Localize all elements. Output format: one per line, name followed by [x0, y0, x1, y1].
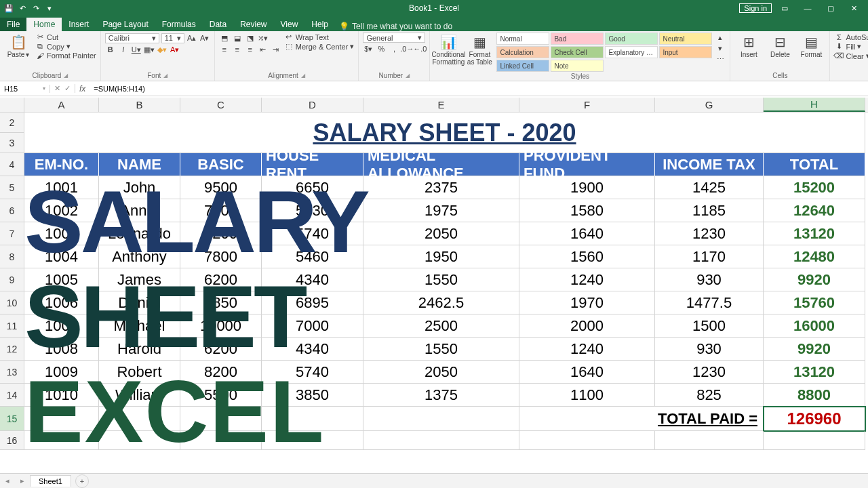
cell[interactable]	[24, 407, 99, 431]
wrap-text-button[interactable]: ↩Wrap Text	[284, 33, 355, 41]
gallery-more-icon[interactable]: ⋯	[715, 54, 726, 64]
cell[interactable]: 15760	[764, 291, 865, 314]
gallery-down-icon[interactable]: ▾	[715, 43, 726, 54]
format-painter-button[interactable]: 🖌Format Painter	[35, 52, 96, 60]
align-bottom-icon[interactable]: ⬔	[245, 33, 256, 43]
tab-formulas[interactable]: Formulas	[155, 18, 203, 31]
cell[interactable]: 1240	[519, 338, 655, 361]
cell[interactable]: Leonardo	[99, 222, 180, 245]
cell[interactable]: 1230	[655, 361, 764, 384]
indent-decrease-icon[interactable]: ⇤	[258, 44, 269, 55]
worksheet[interactable]: ABCDEFGH 23SALARY SHEET - 20204EM-NO.NAM…	[0, 98, 868, 473]
cell[interactable]: 5740	[262, 222, 363, 245]
cell[interactable]: 1550	[363, 338, 519, 361]
tab-insert[interactable]: Insert	[62, 18, 96, 31]
conditional-formatting-button[interactable]: 📊 Conditional Formatting	[434, 33, 462, 66]
column-header[interactable]: F	[519, 98, 655, 112]
row-header[interactable]: 9	[0, 268, 24, 291]
cell[interactable]: 1100	[519, 384, 655, 407]
cell[interactable]	[262, 431, 363, 450]
cell[interactable]: 7900	[180, 199, 262, 222]
style-item[interactable]: Note	[551, 60, 604, 72]
percent-icon[interactable]: %	[376, 43, 387, 54]
align-top-icon[interactable]: ⬒	[219, 33, 230, 43]
border-button[interactable]: ▦▾	[144, 44, 155, 55]
cell[interactable]: 7000	[262, 314, 363, 338]
cell[interactable]: 8200	[180, 222, 262, 245]
cell[interactable]: 1550	[363, 268, 519, 291]
align-left-icon[interactable]: ≡	[219, 44, 230, 55]
autosum-button[interactable]: ΣAutoSum ▾	[834, 33, 868, 41]
grand-total-value[interactable]: 126960	[764, 407, 865, 431]
dialog-launcher-icon[interactable]: ◢	[301, 73, 305, 79]
align-center-icon[interactable]: ≡	[232, 44, 243, 55]
font-name-select[interactable]: Calibri▾	[105, 33, 159, 43]
dialog-launcher-icon[interactable]: ◢	[406, 73, 410, 79]
row-header[interactable]: 11	[0, 314, 24, 338]
paste-button[interactable]: 📋 Paste ▾	[4, 33, 33, 59]
cell[interactable]: 3850	[262, 384, 363, 407]
qat-more-icon[interactable]: ▾	[45, 3, 54, 13]
cell[interactable]: 2462.5	[363, 291, 519, 314]
cell[interactable]: 1640	[519, 222, 655, 245]
gallery-up-icon[interactable]: ▴	[715, 33, 726, 43]
tab-file[interactable]: File	[0, 18, 26, 31]
dialog-launcher-icon[interactable]: ◢	[64, 73, 68, 79]
cell[interactable]: 1002	[24, 199, 99, 222]
clear-button[interactable]: ⌫Clear ▾	[834, 52, 868, 60]
cell[interactable]: 6650	[262, 176, 363, 199]
cell[interactable]: 12480	[764, 245, 865, 268]
cell[interactable]: 1900	[519, 176, 655, 199]
row-header[interactable]: 14	[0, 384, 24, 407]
cell[interactable]: EM-NO.	[24, 153, 99, 176]
cell[interactable]: 2375	[363, 176, 519, 199]
cell[interactable]: 1001	[24, 176, 99, 199]
cell[interactable]: 1500	[655, 314, 764, 338]
insert-cells-button[interactable]: ⊞Insert	[734, 33, 763, 59]
style-item[interactable]: Linked Cell	[496, 60, 549, 72]
style-item[interactable]: Calculation	[496, 46, 549, 58]
tab-pagelayout[interactable]: Page Layout	[96, 18, 155, 31]
cell[interactable]: 2500	[363, 314, 519, 338]
cell[interactable]	[764, 431, 865, 450]
redo-icon[interactable]: ↷	[31, 3, 41, 13]
cell[interactable]: 6200	[180, 338, 262, 361]
cell[interactable]: BASIC	[180, 153, 262, 176]
cell[interactable]: 15200	[764, 176, 865, 199]
signin-button[interactable]: Sign in	[739, 3, 772, 13]
cell[interactable]: 1010	[24, 384, 99, 407]
cell[interactable]: John	[99, 176, 180, 199]
cell[interactable]: 1003	[24, 222, 99, 245]
cell[interactable]: 10000	[180, 314, 262, 338]
cell[interactable]: 930	[655, 338, 764, 361]
format-cells-button[interactable]: ▤Format	[797, 33, 825, 59]
cell[interactable]: 1007	[24, 314, 99, 338]
cell[interactable]: 1005	[24, 268, 99, 291]
cell[interactable]: 13120	[764, 361, 865, 384]
tab-nav-next-icon[interactable]: ▸	[15, 476, 30, 485]
style-item[interactable]: Check Cell	[551, 46, 604, 58]
cell[interactable]: MEDICAL ALLOWANCE	[363, 153, 519, 176]
orientation-icon[interactable]: ⤭▾	[258, 33, 269, 43]
cell[interactable]: 9920	[764, 338, 865, 361]
cell[interactable]: 13120	[764, 222, 865, 245]
cell[interactable]: 1009	[24, 361, 99, 384]
tab-nav-prev-icon[interactable]: ◂	[0, 476, 15, 485]
cell[interactable]: TOTAL	[764, 153, 865, 176]
cell[interactable]: Daniel	[99, 291, 180, 314]
cell[interactable]: Annie	[99, 199, 180, 222]
comma-icon[interactable]: ,	[389, 43, 399, 54]
column-header[interactable]: E	[363, 98, 519, 112]
enter-formula-icon[interactable]: ✓	[64, 84, 71, 93]
cell[interactable]	[99, 407, 180, 431]
font-color-button[interactable]: A▾	[170, 44, 180, 55]
tell-me[interactable]: 💡 Tell me what you want to do	[339, 22, 452, 31]
row-header[interactable]: 8	[0, 245, 24, 268]
cell[interactable]: 5740	[262, 361, 363, 384]
cell[interactable]	[262, 407, 363, 431]
bold-button[interactable]: B	[105, 44, 116, 55]
cell[interactable]	[180, 431, 262, 450]
cell[interactable]: 8200	[180, 361, 262, 384]
cell[interactable]: Robert	[99, 361, 180, 384]
cell[interactable]: 1004	[24, 245, 99, 268]
